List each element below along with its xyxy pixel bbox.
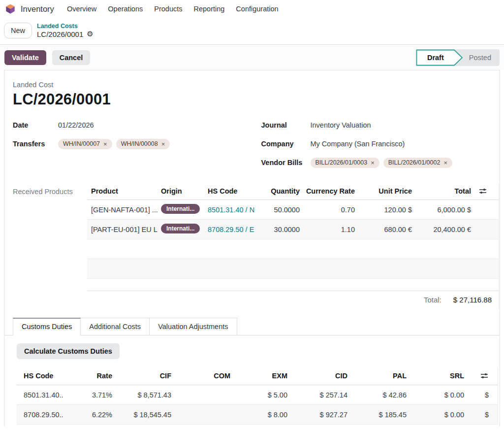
origin-badge: Internati...: [161, 224, 200, 233]
tab-valuation-adjustments[interactable]: Valuation Adjustments: [150, 318, 237, 335]
cell-product: [PART-EU-001] EU L...: [87, 226, 158, 233]
col-product[interactable]: Product: [87, 187, 158, 195]
cell-cif: $ 8,571.43: [113, 391, 172, 399]
total-label: Total:: [424, 296, 441, 304]
transfer-tag-label: WH/IN/00008: [121, 140, 158, 147]
status-bar: Draft Posted: [416, 49, 500, 66]
tab-additional-costs[interactable]: Additional Costs: [81, 318, 150, 335]
new-button[interactable]: New: [4, 23, 32, 38]
col-com[interactable]: COM: [172, 372, 231, 380]
col-exm[interactable]: EXM: [231, 372, 288, 380]
cancel-button[interactable]: Cancel: [52, 50, 91, 65]
table-row[interactable]: [GEN-NAFTA-001] ... Internati... 8501.31…: [87, 200, 499, 220]
customs-duties-panel: Calculate Customs Duties HS Code Rate CI…: [4, 335, 500, 425]
field-grid: Date 01/22/2026 Transfers WH/IN/00007 × …: [13, 119, 490, 175]
breadcrumb: New Landed Costs LC/2026/0001 ⚙: [0, 18, 504, 44]
table-row[interactable]: 8501.31.40... 3.71% $ 8,571.43 $ 5.00 $ …: [17, 385, 498, 405]
origin-badge: Internati...: [161, 204, 200, 214]
cell-rate: 3.71%: [64, 391, 113, 399]
transfer-tag[interactable]: WH/IN/00008 ×: [116, 139, 170, 149]
inventory-app-icon[interactable]: [5, 3, 16, 14]
received-products-header: Product Origin HS Code Quantity Currency…: [87, 183, 499, 200]
remove-tag-icon[interactable]: ×: [443, 159, 447, 166]
journal-field[interactable]: Inventory Valuation: [311, 121, 371, 129]
top-navbar: Inventory Overview Operations Products R…: [0, 0, 504, 18]
table-row[interactable]: [PART-EU-001] EU L... Internati... 8708.…: [87, 220, 499, 239]
gear-icon[interactable]: ⚙: [87, 30, 93, 38]
nav-operations[interactable]: Operations: [108, 5, 143, 13]
breadcrumb-current: LC/2026/0001: [37, 30, 83, 38]
hs-code-link[interactable]: 8708.29.50 / E: [205, 226, 262, 233]
vendor-bills-label: Vendor Bills: [261, 159, 311, 166]
optional-columns-icon[interactable]: [479, 188, 487, 195]
cell-total: 6,000.00 $: [413, 206, 472, 214]
form-sheet: Landed Cost LC/2026/0001 Date 01/22/2026…: [4, 70, 500, 426]
calculate-customs-duties-button[interactable]: Calculate Customs Duties: [17, 343, 120, 359]
cell-hs-code: 8708.29.50...: [17, 411, 64, 419]
received-products-label: Received Products: [13, 183, 87, 308]
col-hs-code[interactable]: HS Code: [17, 372, 64, 380]
col-origin[interactable]: Origin: [158, 187, 205, 195]
cell-overflow: $: [465, 391, 498, 399]
nav-reporting[interactable]: Reporting: [193, 5, 224, 13]
nav-configuration[interactable]: Configuration: [236, 5, 278, 13]
status-posted[interactable]: Posted: [463, 54, 500, 62]
col-total[interactable]: Total: [413, 187, 472, 195]
nav-products[interactable]: Products: [154, 5, 182, 13]
customs-duties-table: HS Code Rate CIF COM EXM CID PAL SRL: [17, 367, 498, 425]
col-cif[interactable]: CIF: [113, 372, 172, 380]
cell-currency-rate: 1.10: [301, 226, 356, 233]
cell-currency-rate: 0.70: [301, 206, 356, 214]
cell-overflow: $: [465, 411, 498, 419]
validate-button[interactable]: Validate: [4, 50, 46, 65]
remove-tag-icon[interactable]: ×: [161, 140, 165, 148]
status-draft[interactable]: Draft: [416, 49, 463, 66]
cell-pal: $ 185.45: [348, 411, 408, 419]
cell-rate: 6.22%: [64, 411, 113, 419]
col-hs-code[interactable]: HS Code: [205, 187, 262, 195]
company-label: Company: [261, 140, 311, 148]
col-srl[interactable]: SRL: [408, 372, 465, 380]
cell-srl: $ 0.00: [408, 411, 465, 419]
tab-customs-duties[interactable]: Customs Duties: [13, 318, 81, 335]
col-unit-price[interactable]: Unit Price: [356, 187, 413, 195]
transfer-tag[interactable]: WH/IN/00007 ×: [58, 139, 112, 149]
nav-overview[interactable]: Overview: [67, 5, 96, 13]
vendor-bill-tag[interactable]: BILL/2026/01/0003 ×: [311, 158, 379, 168]
cell-srl: $ 0.00: [408, 391, 465, 399]
cell-total: 20,400.00 €: [413, 226, 472, 233]
col-currency-rate[interactable]: Currency Rate: [301, 187, 356, 195]
notebook-tabs: Customs Duties Additional Costs Valuatio…: [4, 318, 500, 335]
table-row[interactable]: 8708.29.50... 6.22% $ 18,545.45 $ 8.00 $…: [17, 405, 498, 425]
table-spacer: [87, 279, 499, 291]
journal-label: Journal: [261, 121, 311, 129]
breadcrumb-parent-link[interactable]: Landed Costs: [37, 23, 94, 30]
cell-quantity: 50.0000: [262, 206, 301, 214]
landed-cost-label: Landed Cost: [13, 81, 500, 89]
col-rate[interactable]: Rate: [64, 372, 113, 380]
col-quantity[interactable]: Quantity: [262, 187, 301, 195]
empty-row: [87, 239, 499, 259]
col-pal[interactable]: PAL: [348, 372, 408, 380]
vendor-bill-tag-label: BILL/2026/01/0003: [315, 159, 368, 166]
cell-product: [GEN-NAFTA-001] ...: [87, 206, 158, 214]
cell-quantity: 30.0000: [262, 226, 301, 233]
record-title[interactable]: LC/2026/0001: [13, 91, 500, 108]
vendor-bills-field[interactable]: BILL/2026/01/0003 × BILL/2026/01/0002 ×: [311, 158, 453, 168]
company-field[interactable]: My Company (San Francisco): [311, 140, 405, 148]
app-name[interactable]: Inventory: [21, 4, 54, 14]
remove-tag-icon[interactable]: ×: [103, 140, 107, 148]
vendor-bill-tag[interactable]: BILL/2026/01/0002 ×: [383, 158, 452, 168]
action-bar: Validate Cancel Draft Posted: [0, 44, 504, 70]
cell-unit-price: 680.00 €: [356, 226, 413, 233]
remove-tag-icon[interactable]: ×: [371, 159, 375, 166]
transfers-field[interactable]: WH/IN/00007 × WH/IN/00008 ×: [58, 139, 170, 149]
hs-code-link[interactable]: 8501.31.40 / N: [205, 206, 262, 214]
date-field[interactable]: 01/22/2026: [58, 121, 94, 129]
cell-cid: $ 927.27: [288, 411, 348, 419]
col-cid[interactable]: CID: [288, 372, 348, 380]
date-label: Date: [13, 121, 58, 129]
vendor-bill-tag-label: BILL/2026/01/0002: [388, 159, 441, 166]
cell-hs-code: 8501.31.40...: [17, 391, 64, 399]
optional-columns-icon[interactable]: [480, 372, 488, 379]
